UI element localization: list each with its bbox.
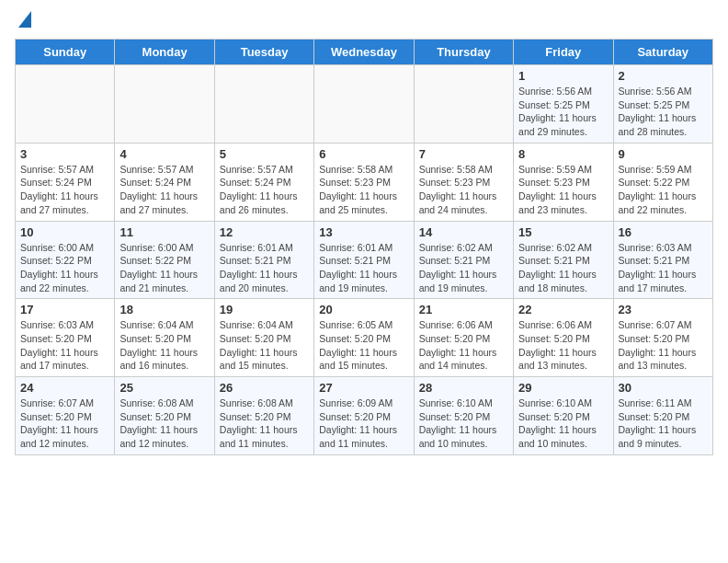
day-info: Sunrise: 6:03 AM Sunset: 5:21 PM Dayligh…	[619, 241, 708, 295]
page-header	[15, 15, 713, 28]
weekday-header: Thursday	[414, 40, 513, 65]
calendar-cell: 28Sunrise: 6:10 AM Sunset: 5:20 PM Dayli…	[414, 377, 513, 455]
day-info: Sunrise: 6:03 AM Sunset: 5:20 PM Dayligh…	[20, 318, 109, 373]
day-info: Sunrise: 5:57 AM Sunset: 5:24 PM Dayligh…	[119, 163, 209, 217]
day-number: 16	[619, 225, 708, 239]
day-info: Sunrise: 6:01 AM Sunset: 5:21 PM Dayligh…	[319, 241, 408, 295]
day-number: 21	[419, 303, 508, 316]
calendar-cell: 5Sunrise: 5:57 AM Sunset: 5:24 PM Daylig…	[214, 143, 313, 221]
logo-text-block	[15, 15, 31, 28]
day-info: Sunrise: 6:09 AM Sunset: 5:20 PM Dayligh…	[319, 396, 408, 451]
day-info: Sunrise: 6:07 AM Sunset: 5:20 PM Dayligh…	[20, 396, 109, 451]
calendar-cell: 30Sunrise: 6:11 AM Sunset: 5:20 PM Dayli…	[613, 377, 712, 455]
day-number: 9	[619, 147, 708, 161]
calendar-cell: 27Sunrise: 6:09 AM Sunset: 5:20 PM Dayli…	[314, 377, 414, 455]
day-info: Sunrise: 5:56 AM Sunset: 5:25 PM Dayligh…	[619, 85, 708, 139]
day-info: Sunrise: 5:57 AM Sunset: 5:24 PM Dayligh…	[20, 163, 109, 217]
day-info: Sunrise: 6:01 AM Sunset: 5:21 PM Dayligh…	[220, 241, 309, 295]
calendar-cell: 14Sunrise: 6:02 AM Sunset: 5:21 PM Dayli…	[414, 221, 513, 299]
calendar-cell: 15Sunrise: 6:02 AM Sunset: 5:21 PM Dayli…	[514, 221, 613, 299]
day-info: Sunrise: 5:56 AM Sunset: 5:25 PM Dayligh…	[518, 85, 608, 139]
day-number: 28	[419, 381, 508, 395]
calendar-cell: 6Sunrise: 5:58 AM Sunset: 5:23 PM Daylig…	[314, 143, 414, 221]
calendar-cell: 25Sunrise: 6:08 AM Sunset: 5:20 PM Dayli…	[115, 377, 214, 455]
weekday-header: Wednesday	[314, 40, 414, 65]
calendar-cell: 29Sunrise: 6:10 AM Sunset: 5:20 PM Dayli…	[514, 377, 613, 455]
day-info: Sunrise: 5:59 AM Sunset: 5:22 PM Dayligh…	[619, 163, 708, 217]
day-number: 15	[518, 225, 608, 239]
day-number: 23	[619, 303, 708, 316]
calendar-cell: 11Sunrise: 6:00 AM Sunset: 5:22 PM Dayli…	[115, 221, 214, 299]
calendar-cell: 17Sunrise: 6:03 AM Sunset: 5:20 PM Dayli…	[16, 299, 115, 377]
day-info: Sunrise: 6:04 AM Sunset: 5:20 PM Dayligh…	[220, 318, 309, 373]
day-number: 13	[319, 225, 408, 239]
day-info: Sunrise: 6:02 AM Sunset: 5:21 PM Dayligh…	[518, 241, 608, 295]
day-number: 25	[119, 381, 209, 395]
calendar-cell: 26Sunrise: 6:08 AM Sunset: 5:20 PM Dayli…	[214, 377, 313, 455]
weekday-header: Friday	[514, 40, 613, 65]
day-info: Sunrise: 6:02 AM Sunset: 5:21 PM Dayligh…	[419, 241, 508, 295]
day-info: Sunrise: 6:10 AM Sunset: 5:20 PM Dayligh…	[419, 396, 508, 451]
calendar-cell: 8Sunrise: 5:59 AM Sunset: 5:23 PM Daylig…	[514, 143, 613, 221]
day-number: 5	[220, 147, 309, 161]
calendar-cell: 7Sunrise: 5:58 AM Sunset: 5:23 PM Daylig…	[414, 143, 513, 221]
day-number: 6	[319, 147, 408, 161]
calendar-cell: 12Sunrise: 6:01 AM Sunset: 5:21 PM Dayli…	[214, 221, 313, 299]
day-number: 19	[220, 303, 309, 316]
day-number: 1	[518, 69, 608, 83]
day-number: 26	[220, 381, 309, 395]
calendar-cell	[115, 65, 214, 144]
calendar-cell	[214, 65, 313, 144]
day-number: 12	[220, 225, 309, 239]
calendar-cell: 22Sunrise: 6:06 AM Sunset: 5:20 PM Dayli…	[514, 299, 613, 377]
weekday-header: Tuesday	[214, 40, 313, 65]
day-number: 8	[518, 147, 608, 161]
day-info: Sunrise: 5:57 AM Sunset: 5:24 PM Dayligh…	[220, 163, 309, 217]
day-info: Sunrise: 6:08 AM Sunset: 5:20 PM Dayligh…	[220, 396, 309, 451]
calendar-cell: 18Sunrise: 6:04 AM Sunset: 5:20 PM Dayli…	[115, 299, 214, 377]
day-info: Sunrise: 6:00 AM Sunset: 5:22 PM Dayligh…	[20, 241, 109, 295]
day-info: Sunrise: 5:58 AM Sunset: 5:23 PM Dayligh…	[419, 163, 508, 217]
day-info: Sunrise: 6:07 AM Sunset: 5:20 PM Dayligh…	[619, 318, 708, 373]
day-info: Sunrise: 6:04 AM Sunset: 5:20 PM Dayligh…	[119, 318, 209, 373]
logo-triangle-icon	[18, 11, 31, 28]
day-info: Sunrise: 6:08 AM Sunset: 5:20 PM Dayligh…	[119, 396, 209, 451]
day-info: Sunrise: 6:11 AM Sunset: 5:20 PM Dayligh…	[619, 396, 708, 451]
day-number: 29	[518, 381, 608, 395]
day-number: 7	[419, 147, 508, 161]
calendar-week-row: 1Sunrise: 5:56 AM Sunset: 5:25 PM Daylig…	[16, 65, 713, 144]
calendar-week-row: 17Sunrise: 6:03 AM Sunset: 5:20 PM Dayli…	[16, 299, 713, 377]
calendar-cell: 2Sunrise: 5:56 AM Sunset: 5:25 PM Daylig…	[613, 65, 712, 144]
calendar-table: SundayMondayTuesdayWednesdayThursdayFrid…	[15, 39, 713, 455]
calendar-cell: 21Sunrise: 6:06 AM Sunset: 5:20 PM Dayli…	[414, 299, 513, 377]
day-info: Sunrise: 6:06 AM Sunset: 5:20 PM Dayligh…	[518, 318, 608, 373]
calendar-week-row: 24Sunrise: 6:07 AM Sunset: 5:20 PM Dayli…	[16, 377, 713, 455]
day-number: 27	[319, 381, 408, 395]
calendar-cell: 16Sunrise: 6:03 AM Sunset: 5:21 PM Dayli…	[613, 221, 712, 299]
day-number: 11	[119, 225, 209, 239]
day-number: 22	[518, 303, 608, 316]
calendar-cell: 3Sunrise: 5:57 AM Sunset: 5:24 PM Daylig…	[16, 143, 115, 221]
calendar-cell: 1Sunrise: 5:56 AM Sunset: 5:25 PM Daylig…	[514, 65, 613, 144]
calendar-week-row: 3Sunrise: 5:57 AM Sunset: 5:24 PM Daylig…	[16, 143, 713, 221]
calendar-cell	[16, 65, 115, 144]
logo	[15, 15, 31, 28]
day-number: 4	[119, 147, 209, 161]
calendar-cell: 10Sunrise: 6:00 AM Sunset: 5:22 PM Dayli…	[16, 221, 115, 299]
calendar-cell	[314, 65, 414, 144]
weekday-header: Sunday	[16, 40, 115, 65]
weekday-header: Monday	[115, 40, 214, 65]
day-number: 17	[20, 303, 109, 316]
calendar-cell: 24Sunrise: 6:07 AM Sunset: 5:20 PM Dayli…	[16, 377, 115, 455]
day-info: Sunrise: 6:06 AM Sunset: 5:20 PM Dayligh…	[419, 318, 508, 373]
day-number: 3	[20, 147, 109, 161]
calendar-cell: 13Sunrise: 6:01 AM Sunset: 5:21 PM Dayli…	[314, 221, 414, 299]
calendar-cell: 20Sunrise: 6:05 AM Sunset: 5:20 PM Dayli…	[314, 299, 414, 377]
day-number: 30	[619, 381, 708, 395]
day-number: 18	[119, 303, 209, 316]
day-number: 24	[20, 381, 109, 395]
day-number: 2	[619, 69, 708, 83]
day-number: 14	[419, 225, 508, 239]
calendar-cell: 9Sunrise: 5:59 AM Sunset: 5:22 PM Daylig…	[613, 143, 712, 221]
calendar-cell	[414, 65, 513, 144]
